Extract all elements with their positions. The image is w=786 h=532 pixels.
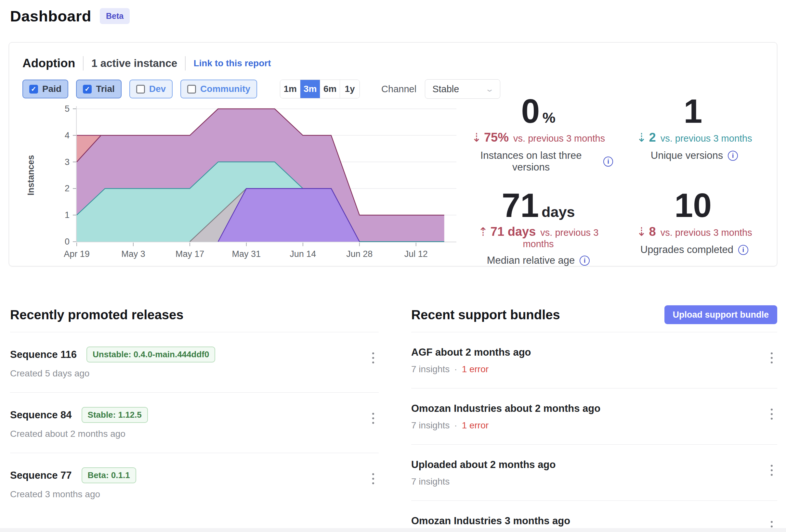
svg-text:Instances: Instances <box>26 155 36 195</box>
bundles-header: Recent support bundles Upload support bu… <box>411 305 777 325</box>
dot-separator: · <box>454 364 457 374</box>
release-title: Sequence 84 <box>10 409 72 421</box>
checkbox-icon: ✓ <box>83 85 92 94</box>
release-created: Created about 2 months ago <box>10 429 379 439</box>
divider <box>83 56 84 71</box>
link-to-report[interactable]: Link to this report <box>193 58 271 69</box>
stat-cell: 71days ⇡71 days vs. previous 3 months Me… <box>464 188 613 266</box>
release-title-line: Sequence 116 Unstable: 0.4.0-main.444ddf… <box>10 346 379 362</box>
release-row[interactable]: Sequence 84 Stable: 1.12.5 Created about… <box>10 393 379 453</box>
svg-text:Jun 28: Jun 28 <box>346 249 372 259</box>
kebab-menu-icon[interactable] <box>370 350 376 365</box>
stat-delta: ⇣8 vs. previous 3 months <box>620 225 769 239</box>
bundle-insights: 7 insights <box>411 477 449 487</box>
bundle-row[interactable]: Omozan Industries 3 months ago 7 insight… <box>411 501 777 532</box>
info-icon[interactable]: i <box>580 256 590 266</box>
svg-text:0: 0 <box>65 237 70 246</box>
filter-checkbox-trial[interactable]: ✓ Trial <box>76 79 121 98</box>
stat-value: 1 <box>620 94 769 129</box>
release-created: Created 5 days ago <box>10 368 379 379</box>
kebab-menu-icon[interactable] <box>769 407 775 421</box>
range-button-1y[interactable]: 1y <box>340 80 360 98</box>
stat-value: 0% <box>464 94 613 129</box>
stat-delta: ⇣2 vs. previous 3 months <box>620 130 769 145</box>
filter-checkbox-paid[interactable]: ✓ Paid <box>22 79 68 98</box>
checkbox-icon: ✓ <box>136 85 145 94</box>
stat-label: Instances on last three versionsi <box>464 150 613 173</box>
release-version-badge: Stable: 1.12.5 <box>82 407 148 423</box>
channel-label: Channel <box>381 84 416 95</box>
svg-text:3: 3 <box>65 157 70 167</box>
bundle-title-line: Omozan Industries about 2 months ago <box>411 403 777 414</box>
range-button-3m[interactable]: 3m <box>300 80 320 98</box>
bundle-row[interactable]: Omozan Industries about 2 months ago 7 i… <box>411 388 777 445</box>
recent-releases-section: Recently promoted releases Sequence 116 … <box>10 305 379 532</box>
svg-text:May 3: May 3 <box>121 249 145 259</box>
svg-text:5: 5 <box>65 104 70 114</box>
kebab-menu-icon[interactable] <box>370 411 376 426</box>
adoption-filter-row: ✓ Paid ✓ Trial ✓ Dev ✓ Community 1m3m6m1… <box>22 79 500 99</box>
bundle-title: Omozan Industries 3 months ago <box>411 515 570 527</box>
bundle-row[interactable]: AGF about 2 months ago 7 insights · 1 er… <box>411 332 777 388</box>
bundle-title: Omozan Industries about 2 months ago <box>411 403 600 414</box>
svg-text:Jul 12: Jul 12 <box>404 249 428 259</box>
info-icon[interactable]: i <box>603 156 613 167</box>
release-row[interactable]: Sequence 77 Beta: 0.1.1 Created 3 months… <box>10 453 379 513</box>
bundle-title-line: Omozan Industries 3 months ago <box>411 515 777 527</box>
bundle-title: Uploaded about 2 months ago <box>411 459 556 470</box>
upload-support-bundle-button[interactable]: Upload support bundle <box>665 305 777 324</box>
checkbox-icon: ✓ <box>29 85 38 94</box>
time-range-group: 1m3m6m1y <box>280 79 360 98</box>
kebab-menu-icon[interactable] <box>370 471 376 486</box>
support-bundles-section: Recent support bundles Upload support bu… <box>411 305 777 532</box>
release-row[interactable]: Sequence 116 Unstable: 0.4.0-main.444ddf… <box>10 332 379 393</box>
bundle-errors: 1 error <box>462 364 489 374</box>
dashboard-page: Dashboard Beta Adoption 1 active instanc… <box>0 0 786 532</box>
release-title: Sequence 77 <box>10 470 72 481</box>
filter-checkbox-community[interactable]: ✓ Community <box>180 79 257 98</box>
page-bottom-strip <box>0 528 786 532</box>
dot-separator: · <box>454 420 457 431</box>
stat-value: 71days <box>464 188 613 223</box>
bundle-title: AGF about 2 months ago <box>411 346 531 358</box>
svg-text:Apr 19: Apr 19 <box>64 249 90 259</box>
license-type-filters: ✓ Paid ✓ Trial ✓ Dev ✓ Community <box>22 79 265 98</box>
releases-heading: Recently promoted releases <box>10 308 184 322</box>
filter-label: Dev <box>149 84 166 94</box>
trend-arrow-icon: ⇣ <box>472 131 481 144</box>
active-instance-count: 1 active instance <box>91 57 177 70</box>
page-header: Dashboard Beta <box>10 7 130 25</box>
range-button-1m[interactable]: 1m <box>280 80 300 98</box>
bundle-meta: 7 insights · 1 error <box>411 420 777 431</box>
trend-arrow-icon: ⇣ <box>637 225 646 238</box>
svg-text:Jun 14: Jun 14 <box>290 249 316 259</box>
kebab-menu-icon[interactable] <box>769 463 775 478</box>
adoption-card: Adoption 1 active instance Link to this … <box>9 42 777 266</box>
bundle-insights: 7 insights <box>411 420 449 431</box>
info-icon[interactable]: i <box>738 245 748 255</box>
stat-cell: 0% ⇣75% vs. previous 3 months Instances … <box>464 94 613 173</box>
stat-cell: 10 ⇣8 vs. previous 3 months Upgrades com… <box>620 188 769 266</box>
release-created: Created 3 months ago <box>10 489 379 500</box>
stat-label: Unique versionsi <box>620 150 769 162</box>
svg-text:May 31: May 31 <box>232 249 261 259</box>
kebab-menu-icon[interactable] <box>769 350 775 365</box>
info-icon[interactable]: i <box>728 151 738 161</box>
bundle-errors: 1 error <box>462 420 489 431</box>
svg-text:2: 2 <box>65 184 70 193</box>
release-title: Sequence 116 <box>10 349 77 361</box>
range-button-6m[interactable]: 6m <box>320 80 340 98</box>
release-title-line: Sequence 77 Beta: 0.1.1 <box>10 467 379 483</box>
bundle-insights: 7 insights <box>411 364 449 374</box>
adoption-title: Adoption <box>22 56 75 70</box>
stat-label: Median relative agei <box>464 255 613 266</box>
svg-text:1: 1 <box>65 210 70 220</box>
release-title-line: Sequence 84 Stable: 1.12.5 <box>10 407 379 423</box>
release-version-badge: Unstable: 0.4.0-main.444ddf0 <box>87 346 215 362</box>
bundle-list: AGF about 2 months ago 7 insights · 1 er… <box>411 332 777 532</box>
filter-checkbox-dev[interactable]: ✓ Dev <box>130 79 172 98</box>
stat-label: Upgrades completedi <box>620 244 769 256</box>
adoption-area-chart[interactable]: 012345Apr 19May 3May 17May 31Jun 14Jun 2… <box>18 100 467 260</box>
adoption-stats-grid: 0% ⇣75% vs. previous 3 months Instances … <box>464 94 769 266</box>
bundle-row[interactable]: Uploaded about 2 months ago 7 insights <box>411 445 777 501</box>
